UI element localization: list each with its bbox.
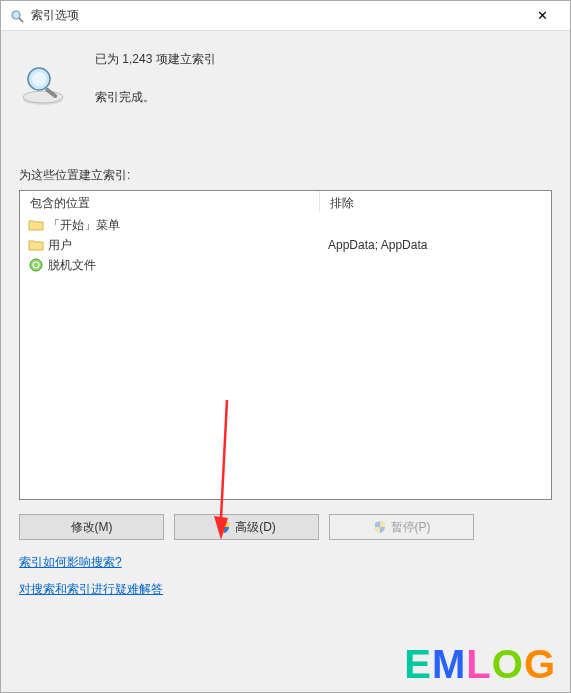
list-item[interactable]: 脱机文件 — [28, 255, 312, 275]
locations-list: 包含的位置 排除 「开始」菜单 用户 — [19, 190, 552, 500]
column-header-excluded[interactable]: 排除 — [320, 191, 551, 213]
svg-point-5 — [32, 72, 46, 86]
help-links: 索引如何影响搜索? 对搜索和索引进行疑难解答 — [19, 554, 552, 608]
help-link-troubleshoot[interactable]: 对搜索和索引进行疑难解答 — [19, 581, 163, 598]
index-status-text: 索引完成。 — [95, 87, 216, 107]
locations-label: 为这些位置建立索引: — [19, 167, 552, 184]
list-item[interactable]: 「开始」菜单 — [28, 215, 312, 235]
list-item-label: 用户 — [48, 237, 72, 254]
modify-button-label: 修改(M) — [71, 519, 113, 536]
folder-icon — [28, 217, 44, 233]
dialog-content: 已为 1,243 项建立索引 索引完成。 为这些位置建立索引: 包含的位置 排除… — [1, 31, 570, 692]
close-icon: ✕ — [537, 8, 548, 23]
columns-header: 包含的位置 排除 — [20, 191, 551, 213]
dialog-window: 索引选项 ✕ 已为 1,243 项建立索引 索引完成。 为这些位置建立索引: — [0, 0, 571, 693]
folder-icon — [28, 237, 44, 253]
buttons-row: 修改(M) 高级(D) 暂停(P) — [19, 514, 552, 540]
list-area: 「开始」菜单 用户 脱机文件 — [20, 213, 551, 499]
help-link-search[interactable]: 索引如何影响搜索? — [19, 554, 122, 571]
magnifier-icon — [9, 8, 25, 24]
index-magnifier-icon — [19, 61, 67, 109]
excluded-list: AppData; AppData — [320, 213, 551, 499]
advanced-button-label: 高级(D) — [235, 519, 276, 536]
titlebar: 索引选项 ✕ — [1, 1, 570, 31]
exclude-row-spacer — [328, 215, 543, 235]
index-count-text: 已为 1,243 项建立索引 — [95, 49, 216, 69]
info-text: 已为 1,243 项建立索引 索引完成。 — [95, 43, 216, 108]
list-item[interactable]: 用户 — [28, 235, 312, 255]
info-row: 已为 1,243 项建立索引 索引完成。 — [19, 43, 552, 109]
excluded-text[interactable]: AppData; AppData — [328, 235, 543, 255]
svg-point-3 — [23, 91, 63, 103]
svg-point-7 — [30, 259, 42, 271]
list-item-label: 「开始」菜单 — [48, 217, 120, 234]
list-item-label: 脱机文件 — [48, 257, 96, 274]
pause-button: 暂停(P) — [329, 514, 474, 540]
watermark-logo: EMLOG — [404, 642, 556, 687]
sync-icon — [28, 257, 44, 273]
svg-line-1 — [19, 18, 23, 22]
included-list: 「开始」菜单 用户 脱机文件 — [20, 213, 320, 499]
advanced-button[interactable]: 高级(D) — [174, 514, 319, 540]
column-header-included[interactable]: 包含的位置 — [20, 191, 320, 213]
shield-icon — [217, 520, 231, 534]
modify-button[interactable]: 修改(M) — [19, 514, 164, 540]
svg-point-0 — [12, 11, 20, 19]
shield-icon — [373, 520, 387, 534]
pause-button-label: 暂停(P) — [391, 519, 431, 536]
close-button[interactable]: ✕ — [522, 2, 562, 30]
dialog-title: 索引选项 — [31, 7, 79, 24]
